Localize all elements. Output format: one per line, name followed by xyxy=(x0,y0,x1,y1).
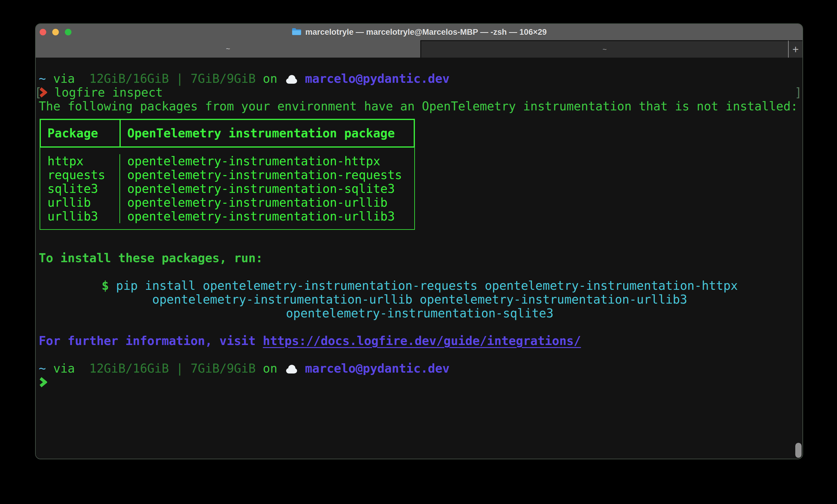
terminal-text: on xyxy=(263,361,278,375)
table-cell-instrumentation: opentelemetry-instrumentation-urllib3 xyxy=(120,209,414,223)
terminal-text: $ xyxy=(102,279,109,293)
table-row: requestsopentelemetry-instrumentation-re… xyxy=(40,168,414,182)
zoom-button[interactable] xyxy=(65,29,71,35)
command-mark-open: [ xyxy=(35,86,42,99)
terminal-text: To install these packages, run: xyxy=(39,251,263,265)
terminal-text: 12GiB/16GiB | 7GiB/9GiB xyxy=(89,361,256,375)
terminal-text xyxy=(46,72,53,86)
tab-active[interactable]: ~ xyxy=(36,40,420,58)
table-cell-package: httpx xyxy=(40,154,120,168)
minimize-button[interactable] xyxy=(52,29,59,35)
terminal-text xyxy=(278,72,285,86)
table-cell-instrumentation: opentelemetry-instrumentation-httpx xyxy=(120,154,414,168)
terminal-line: ~ via 12GiB/16GiB | 7GiB/9GiB on marcelo… xyxy=(39,361,801,375)
terminal-text xyxy=(256,361,263,375)
scrollbar-thumb[interactable] xyxy=(795,443,802,458)
terminal-text: on xyxy=(263,72,278,86)
terminal-text: pip install opentelemetry-instrumentatio… xyxy=(116,279,738,293)
table-header-row: Package OpenTelemetry instrumentation pa… xyxy=(40,119,415,148)
terminal-window: marcelotryle — marcelotryle@Marcelos-MBP… xyxy=(35,23,803,459)
terminal-line: The following packages from your environ… xyxy=(39,99,801,113)
terminal-text xyxy=(75,72,89,86)
table-cell-instrumentation: opentelemetry-instrumentation-sqlite3 xyxy=(120,182,414,195)
tab-bar: ~ ~ + xyxy=(36,40,802,58)
command-mark-close: ] xyxy=(795,86,802,99)
terminal-text: ~ xyxy=(39,72,46,86)
packages-table: Package OpenTelemetry instrumentation pa… xyxy=(40,119,415,230)
table-header-cell: OpenTelemetry instrumentation package xyxy=(120,120,414,146)
terminal-text: For further information, visit xyxy=(39,334,263,348)
terminal-text: The following packages from your environ… xyxy=(39,99,798,113)
table-cell-package: requests xyxy=(40,168,120,182)
plus-icon: + xyxy=(792,43,799,56)
table-cell-package: sqlite3 xyxy=(40,182,120,195)
terminal-text xyxy=(75,361,89,375)
terminal-line: opentelemetry-instrumentation-sqlite3 xyxy=(39,306,801,320)
terminal-text: via xyxy=(53,72,75,86)
table-cell-package: urllib xyxy=(40,195,120,209)
cloud-icon xyxy=(285,72,298,86)
terminal-text: marcelo@pydantic.dev xyxy=(305,72,450,86)
close-button[interactable] xyxy=(40,29,46,35)
chevron-green-icon xyxy=(39,375,47,389)
terminal-text xyxy=(298,72,305,86)
terminal-text: logfire inspect xyxy=(47,86,163,99)
terminal-text: ~ xyxy=(39,361,46,375)
terminal-text xyxy=(109,279,116,293)
table-header-cell: Package xyxy=(41,120,120,146)
terminal-text: opentelemetry-instrumentation-sqlite3 xyxy=(286,306,553,320)
table-cell-instrumentation: opentelemetry-instrumentation-urllib xyxy=(120,195,414,209)
terminal-text: opentelemetry-instrumentation-urllib ope… xyxy=(152,293,687,306)
window-title: marcelotryle — marcelotryle@Marcelos-MBP… xyxy=(305,27,547,37)
terminal-line: To install these packages, run: xyxy=(39,251,801,265)
table-row: sqlite3opentelemetry-instrumentation-sql… xyxy=(40,182,414,195)
title-bar[interactable]: marcelotryle — marcelotryle@Marcelos-MBP… xyxy=(36,24,802,40)
traffic-lights xyxy=(40,24,71,40)
terminal-line xyxy=(39,375,801,389)
terminal-line: opentelemetry-instrumentation-urllib ope… xyxy=(39,293,801,306)
title-wrap: marcelotryle — marcelotryle@Marcelos-MBP… xyxy=(291,27,547,37)
cloud-icon xyxy=(285,361,298,375)
terminal-text: 12GiB/16GiB | 7GiB/9GiB xyxy=(89,72,256,86)
table-cell-package: urllib3 xyxy=(40,209,120,223)
folder-icon xyxy=(291,27,302,37)
tab-inactive[interactable]: ~ xyxy=(420,40,788,58)
terminal-text xyxy=(256,72,263,86)
table-row: urllibopentelemetry-instrumentation-urll… xyxy=(40,195,414,209)
terminal-line: [ logfire inspect] xyxy=(39,86,801,99)
table-cell-instrumentation: opentelemetry-instrumentation-requests xyxy=(120,168,414,182)
tab-label: ~ xyxy=(226,45,230,53)
terminal-text xyxy=(278,361,285,375)
terminal-text: via xyxy=(53,361,75,375)
new-tab-button[interactable]: + xyxy=(788,40,802,58)
table-row: urllib3opentelemetry-instrumentation-url… xyxy=(40,209,414,223)
terminal-text xyxy=(46,361,53,375)
terminal-line: For further information, visit https://d… xyxy=(39,334,801,348)
terminal-text: marcelo@pydantic.dev xyxy=(305,361,450,375)
terminal-content[interactable]: ~ via 12GiB/16GiB | 7GiB/9GiB on marcelo… xyxy=(36,58,802,459)
terminal-line: ~ via 12GiB/16GiB | 7GiB/9GiB on marcelo… xyxy=(39,72,801,86)
table-body: httpxopentelemetry-instrumentation-httpx… xyxy=(40,148,415,230)
tab-label: ~ xyxy=(603,45,607,54)
terminal-text xyxy=(298,361,305,375)
table-row: httpxopentelemetry-instrumentation-httpx xyxy=(40,154,414,168)
terminal-line: $ pip install opentelemetry-instrumentat… xyxy=(39,279,801,293)
terminal-link[interactable]: https://docs.logfire.dev/guide/integrati… xyxy=(263,334,581,348)
